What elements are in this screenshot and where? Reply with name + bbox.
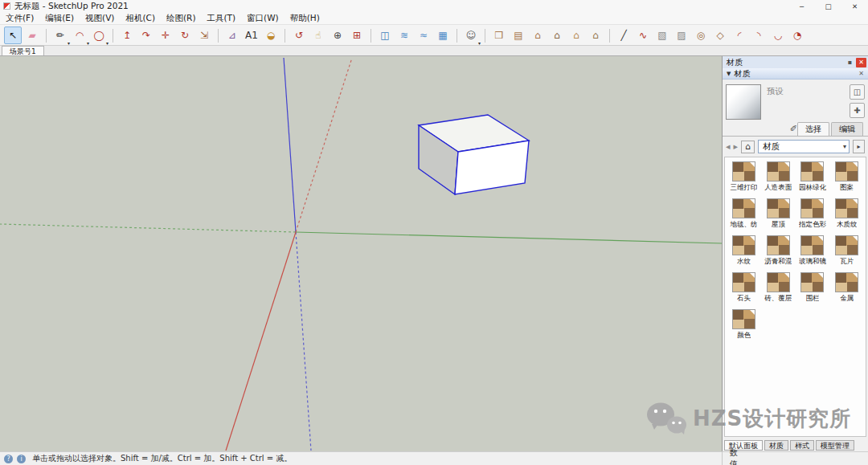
display-section-fill-button[interactable]: ▦ xyxy=(434,27,452,44)
zoom-tool-button[interactable]: ⊕ xyxy=(329,27,346,44)
category-metal[interactable]: 金属 xyxy=(829,272,864,304)
category-landscaping[interactable]: 园林绿化 xyxy=(796,161,830,193)
back-arrow-icon[interactable]: ◂ xyxy=(726,142,731,151)
category-fencing[interactable]: 围栏 xyxy=(796,272,830,304)
menu-window[interactable]: 窗口(W) xyxy=(241,12,285,24)
collection-nav-row: ◂ ▸ ⌂ 材质 ▾ ▸ xyxy=(723,137,868,157)
freehand-tool-button[interactable]: ∿ xyxy=(634,27,652,44)
details-flyout-button[interactable]: ▸ xyxy=(853,140,865,153)
category-3d-printing[interactable]: 三维打印 xyxy=(727,161,761,193)
pie-tool-button[interactable]: ◔ xyxy=(788,27,806,44)
forward-arrow-icon[interactable]: ▸ xyxy=(734,142,739,151)
material-category-thumbnail xyxy=(800,198,824,218)
material-name-field[interactable]: 预设 xyxy=(767,84,784,97)
material-category-label: 人造表面 xyxy=(764,183,792,193)
section-plane-button[interactable]: ◫ xyxy=(376,27,394,44)
pan-tool-button[interactable]: ☝ xyxy=(309,27,327,44)
text-tool-button[interactable]: A1 xyxy=(243,27,260,44)
measurement-input[interactable] xyxy=(743,454,868,463)
sample-paint-icon[interactable]: ✐ xyxy=(790,124,797,136)
3d-warehouse-button[interactable]: ⌂ xyxy=(529,27,547,44)
display-section-planes-button[interactable]: ≋ xyxy=(395,27,413,44)
category-glass-mirrors[interactable]: 玻璃和镜 xyxy=(796,235,830,267)
close-button[interactable]: ✕ xyxy=(841,0,868,12)
rotated-rectangle-tool-button[interactable]: ▨ xyxy=(673,27,690,44)
create-material-button[interactable]: ✚ xyxy=(850,103,865,118)
material-category-label: 玻璃和镜 xyxy=(799,257,826,267)
circle-tool-button[interactable]: ◎ xyxy=(692,27,710,44)
auto-hide-pin-icon[interactable]: ▪ xyxy=(845,59,854,66)
secondary-pane-toggle-button[interactable]: ◫ xyxy=(850,84,865,100)
viewport-3d[interactable] xyxy=(0,56,722,451)
material-category-thumbnail xyxy=(767,161,790,182)
shape-tool-button[interactable]: ◯ xyxy=(90,27,108,44)
arc-3pt-tool-button[interactable]: ◝ xyxy=(750,27,768,44)
scale-figure-button[interactable]: ☺ xyxy=(462,27,480,44)
menu-edit[interactable]: 编辑(E) xyxy=(39,12,80,24)
category-asphalt-concrete[interactable]: 沥青和混 xyxy=(761,235,796,267)
category-roofing[interactable]: 屋顶 xyxy=(761,198,796,230)
extension-warehouse-button[interactable]: ⌂ xyxy=(548,27,566,44)
category-brick-cladding[interactable]: 砖、覆层 xyxy=(761,272,796,304)
select-tool-button[interactable]: ↖ xyxy=(4,27,22,44)
category-tile[interactable]: 瓦片 xyxy=(829,235,864,267)
edit-tab[interactable]: 编辑 xyxy=(831,122,863,136)
menu-draw[interactable]: 绘图(R) xyxy=(161,12,202,24)
select-tab[interactable]: 选择 xyxy=(797,122,829,136)
rotate-tool-button[interactable]: ↻ xyxy=(176,27,194,44)
draw-line-button[interactable]: ╱ xyxy=(615,27,633,44)
category-patterns[interactable]: 图案 xyxy=(829,161,864,193)
tray-title: 材质 xyxy=(727,57,743,68)
tray-tab-model-manage[interactable]: 模型管理 xyxy=(816,440,854,451)
category-stone[interactable]: 石头 xyxy=(727,272,761,304)
rectangle-tool-button[interactable]: ▧ xyxy=(653,27,671,44)
share-model-button[interactable]: ⌂ xyxy=(567,27,585,44)
category-named-colors[interactable]: 指定色彩 xyxy=(796,198,830,230)
share-component-button[interactable]: ⌂ xyxy=(587,27,604,44)
minimize-button[interactable]: ─ xyxy=(788,0,815,12)
line-tool-button[interactable]: ✏ xyxy=(51,27,69,44)
home-icon[interactable]: ⌂ xyxy=(741,141,755,153)
tray-tab-styles[interactable]: 样式 xyxy=(790,440,814,451)
menu-help[interactable]: 帮助(H) xyxy=(285,12,326,24)
orbit-tool-button[interactable]: ↺ xyxy=(290,27,308,44)
polygon-tool-button[interactable]: ◇ xyxy=(711,27,729,44)
material-category-thumbnail xyxy=(800,161,824,182)
close-tray-button[interactable]: ✕ xyxy=(856,58,866,67)
scale-tool-button[interactable]: ⇲ xyxy=(195,27,213,44)
material-category-thumbnail xyxy=(732,272,755,292)
tray-tab-materials[interactable]: 材质 xyxy=(764,440,788,451)
arc-bulge-tool-button[interactable]: ◡ xyxy=(769,27,787,44)
category-synthetic-surfaces[interactable]: 人造表面 xyxy=(761,161,796,193)
collections-dropdown[interactable]: 材质 ▾ xyxy=(758,140,850,153)
context-help-icon[interactable]: i xyxy=(17,455,26,463)
paint-bucket-tool-button[interactable]: ◒ xyxy=(262,27,280,44)
menu-tools[interactable]: 工具(T) xyxy=(201,12,241,24)
materials-section-header[interactable]: ▼ 材质 ✕ xyxy=(723,68,868,80)
collapse-triangle-icon: ▼ xyxy=(727,71,731,77)
maximize-button[interactable]: □ xyxy=(815,0,841,12)
menu-file[interactable]: 文件(F) xyxy=(0,12,39,24)
eraser-tool-button[interactable]: ▰ xyxy=(23,27,41,44)
category-colors[interactable]: 颜色 xyxy=(727,309,761,341)
push-pull-tool-button[interactable]: ↥ xyxy=(118,27,136,44)
material-preview-thumbnail[interactable] xyxy=(726,84,761,120)
scene-tab[interactable]: 场景号1 xyxy=(2,46,44,55)
materials-collection-button[interactable]: ▤ xyxy=(510,27,527,44)
arc-2pt-tool-button[interactable]: ◜ xyxy=(731,27,748,44)
move-tool-button[interactable]: ✛ xyxy=(157,27,174,44)
menu-view[interactable]: 视图(V) xyxy=(80,12,120,24)
follow-me-tool-button[interactable]: ↷ xyxy=(137,27,155,44)
category-water[interactable]: 水纹 xyxy=(727,235,761,267)
default-tray: 材质 ▪ ✕ ▼ 材质 ✕ 预设 ◫ ✚ ✐ 选择 编辑 ◂ xyxy=(722,56,868,451)
components-button[interactable]: ❒ xyxy=(490,27,508,44)
help-icon[interactable]: ? xyxy=(4,455,13,463)
tape-measure-tool-button[interactable]: ⊿ xyxy=(223,27,241,44)
zoom-extents-button[interactable]: ⊞ xyxy=(348,27,366,44)
menu-camera[interactable]: 相机(C) xyxy=(120,12,161,24)
arc-tool-button[interactable]: ◠ xyxy=(71,27,88,44)
category-carpet-textiles[interactable]: 地毯、纺 xyxy=(727,198,761,230)
close-section-icon[interactable]: ✕ xyxy=(858,70,864,77)
category-wood[interactable]: 木质纹 xyxy=(829,198,864,230)
display-section-cuts-button[interactable]: ≈ xyxy=(415,27,432,44)
